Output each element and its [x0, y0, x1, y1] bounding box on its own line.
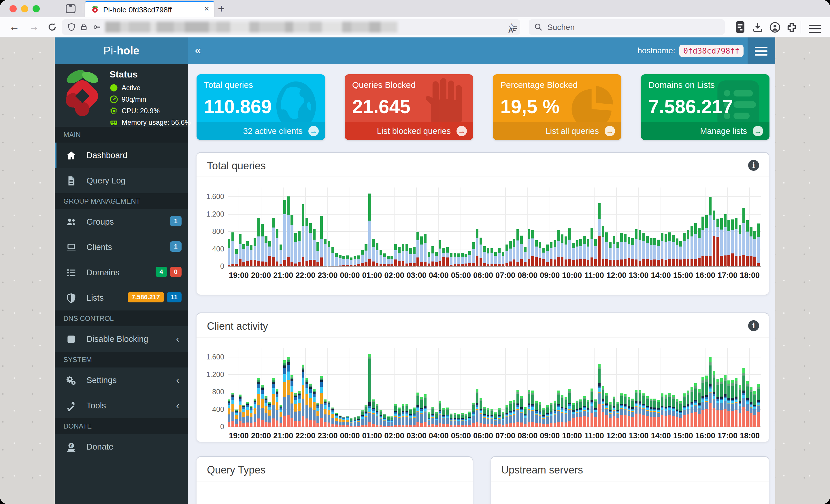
chart-bar-segment: [668, 407, 671, 408]
total-queries-chart[interactable]: 04008001.2001.60019:0020:0021:0022:0023:…: [228, 188, 761, 266]
key-icon[interactable]: [92, 23, 102, 32]
sidebar-item-query-log[interactable]: Query Log: [55, 168, 188, 193]
chart-bar-segment: [372, 401, 375, 402]
info-icon[interactable]: i: [748, 320, 759, 331]
chart-bar-segment: [250, 407, 252, 407]
chart-bar-segment: [753, 257, 756, 266]
chart-bar-segment: [554, 240, 556, 247]
pihole-logo[interactable]: Pi-hole: [55, 37, 188, 64]
sidebar-item-groups[interactable]: Groups 1: [55, 209, 188, 234]
tracking-shield-icon[interactable]: [67, 23, 76, 32]
chart-bar-segment: [350, 418, 352, 419]
browser-tab[interactable]: Pi-hole 0fd38cd798ff ×: [85, 1, 214, 17]
chart-bar-segment: [272, 405, 275, 418]
chart-bar-segment: [290, 386, 293, 392]
chart-bar-segment: [465, 414, 467, 415]
chart-bar-segment: [268, 404, 271, 405]
chart-bar-segment: [509, 411, 512, 412]
chart-bar-segment: [402, 404, 404, 406]
panel-total-queries: Total queries i 04008001.2001.60019:0020…: [196, 153, 769, 295]
card-footer-link[interactable]: Manage lists →: [641, 122, 769, 140]
chart-bar-segment: [398, 415, 401, 417]
chart-bar-segment: [409, 415, 412, 416]
client-activity-chart[interactable]: 04008001.2001.60019:0020:0021:0022:0023:…: [228, 348, 761, 427]
chart-bar-segment: [709, 389, 711, 392]
chart-bar-segment: [731, 398, 734, 400]
reload-icon[interactable]: [47, 22, 57, 32]
chart-bar-segment: [639, 407, 641, 407]
sidebar-item-donate[interactable]: $ Donate: [55, 434, 188, 459]
forward-button[interactable]: →: [29, 21, 39, 33]
sidebar-item-dashboard[interactable]: Dashboard: [55, 142, 188, 168]
sidebar-item-settings[interactable]: Settings ‹: [55, 368, 188, 393]
card-title: Domains on Lists: [648, 80, 715, 90]
chart-bar-segment: [661, 407, 663, 408]
menu-icon[interactable]: [809, 23, 821, 35]
chart-bar-segment: [450, 421, 452, 421]
info-icon[interactable]: i: [748, 160, 759, 171]
chart-bar-segment: [383, 418, 386, 419]
chart-bar-segment: [264, 399, 267, 400]
chart-bar-segment: [394, 244, 397, 250]
card-footer-link[interactable]: List all queries →: [493, 122, 621, 140]
chart-bar-segment: [650, 411, 652, 412]
chart-bar-segment: [354, 421, 356, 422]
chart-bar-segment: [691, 407, 693, 413]
chart-bar-segment: [372, 424, 375, 427]
firefox-view-icon[interactable]: [66, 4, 75, 13]
card-footer-link[interactable]: List blocked queries →: [345, 122, 473, 140]
sidebar-item-clients[interactable]: Clients 1: [55, 234, 188, 260]
window-minimize-button[interactable]: [21, 5, 28, 12]
sidebar-item-domains[interactable]: Domains 4 0: [55, 260, 188, 285]
window-zoom-button[interactable]: [33, 5, 40, 12]
chart-bar-segment: [653, 407, 656, 409]
address-bar[interactable]: A ☆: [62, 19, 520, 35]
chart-bar-segment: [257, 405, 260, 418]
back-button[interactable]: ←: [9, 21, 20, 33]
chart-bar-segment: [480, 258, 482, 266]
chart-bar-segment: [698, 408, 701, 414]
chart-bar-segment: [442, 417, 445, 418]
chart-bar-segment: [231, 395, 234, 396]
search-bar[interactable]: Suchen: [529, 19, 725, 35]
downloads-icon[interactable]: [752, 21, 764, 33]
chart-bar-segment: [480, 423, 482, 427]
sidebar-item-lists[interactable]: Lists 7.586.217 11: [55, 285, 188, 310]
sidebar-item-tools[interactable]: Tools ‹: [55, 393, 188, 418]
page-viewport: Pi-hole « hostname: 0fd38cd798ff: [0, 37, 830, 504]
chart-bar-segment: [642, 405, 645, 406]
chart-bar-segment: [557, 404, 560, 405]
tab-close-icon[interactable]: ×: [204, 4, 209, 13]
password-manager-icon[interactable]: [734, 20, 746, 34]
chart-bar-segment: [565, 397, 567, 399]
chart-bar-segment: [698, 238, 701, 258]
translate-icon[interactable]: A: [508, 25, 518, 35]
chart-bar-segment: [383, 254, 386, 258]
chart-bar-segment: [613, 408, 615, 410]
chart-bar-segment: [364, 417, 367, 425]
chart-bar-segment: [713, 392, 715, 395]
chart-bar-segment: [283, 374, 286, 382]
chart-bar-segment: [457, 425, 460, 427]
chart-bar-segment: [579, 412, 582, 417]
sidebar-item-disable-blocking[interactable]: Disable Blocking ‹: [55, 326, 188, 351]
chart-bar-segment: [442, 418, 445, 418]
chart-bar-segment: [346, 418, 349, 419]
chart-bar-segment: [498, 264, 501, 266]
window-close-button[interactable]: [9, 5, 17, 12]
lock-icon[interactable]: [80, 23, 88, 32]
chart-bar-segment: [457, 264, 460, 266]
navbar-menu-button[interactable]: [747, 37, 775, 64]
chart-bar-segment: [587, 239, 589, 246]
blurred-url: [105, 22, 466, 33]
card-footer-link[interactable]: 32 active clients →: [196, 122, 325, 140]
sidebar-collapse-button[interactable]: «: [195, 44, 201, 57]
chart-bar-segment: [509, 404, 512, 411]
active-tab-indicator: [85, 1, 214, 2]
new-tab-button[interactable]: +: [218, 2, 224, 15]
account-icon[interactable]: [769, 21, 781, 33]
chart-bar-segment: [346, 259, 349, 265]
chart-bar-segment: [546, 414, 549, 415]
chart-bar-segment: [254, 408, 256, 414]
extensions-icon[interactable]: [786, 21, 798, 33]
